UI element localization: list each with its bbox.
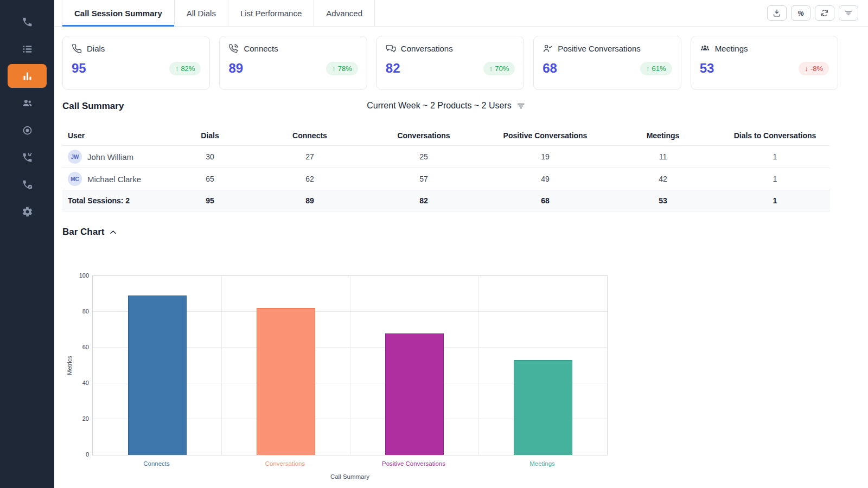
phone-signal-icon (228, 43, 239, 54)
percent-icon: % (797, 9, 804, 17)
bar-conversations[interactable] (257, 308, 315, 455)
filter-button[interactable] (839, 5, 858, 21)
tab-all-dials[interactable]: All Dials (175, 0, 228, 26)
gear-icon (22, 206, 33, 217)
phone-shield-icon (22, 179, 33, 190)
collapse-chart-button[interactable] (109, 228, 117, 236)
refresh-button[interactable] (815, 5, 834, 21)
table-header-row: User Dials Connects Conversations Positi… (62, 126, 830, 146)
filter-icon (844, 9, 853, 17)
sidebar-item-settings[interactable] (8, 200, 47, 223)
call-summary-title: Call Summary (62, 101, 124, 111)
column-header-connects: Connects (257, 131, 363, 140)
trend-up-icon: ↑ (332, 65, 336, 73)
stat-card-positive-conversations: Positive Conversations 68 ↑61% (533, 36, 681, 90)
v-gridline (478, 276, 479, 455)
sidebar-item-callback[interactable] (8, 145, 47, 169)
total-meetings: 53 (606, 196, 720, 205)
cell-connects: 27 (257, 152, 363, 161)
x-tick-label: Meetings (529, 460, 555, 467)
stat-card-value: 95 (72, 61, 86, 76)
x-tick-label: Connects (143, 460, 170, 467)
download-button[interactable] (767, 5, 787, 21)
cell-dials: 65 (163, 175, 257, 183)
y-axis: 020406080100 (68, 275, 89, 455)
chevron-up-icon (109, 228, 117, 236)
stat-card-label: Connects (244, 44, 278, 53)
y-tick-label: 100 (79, 272, 89, 279)
sidebar-item-record[interactable] (8, 118, 47, 142)
percent-button[interactable]: % (791, 5, 810, 21)
call-summary-header: Call Summary Current Week ~ 2 Products ~… (62, 101, 830, 114)
column-header-positive-conversations: Positive Conversations (484, 131, 606, 140)
total-positive-conversations: 68 (484, 196, 606, 205)
chart-plot (92, 275, 608, 455)
call-summary-table: User Dials Connects Conversations Positi… (62, 126, 830, 211)
avatar: JW (68, 150, 82, 164)
trend-down-icon: ↓ (805, 65, 808, 73)
sidebar (0, 0, 54, 488)
sidebar-item-analytics[interactable] (8, 64, 47, 88)
tab-call-session-summary[interactable]: Call Session Summary (62, 0, 175, 26)
stat-card-change-badge: ↑61% (640, 62, 672, 75)
column-header-user: User (62, 131, 163, 140)
x-tick-label: Positive Conversations (382, 460, 445, 467)
call-queue-icon (22, 43, 33, 55)
person-check-icon (542, 43, 553, 54)
total-conversations: 82 (363, 196, 484, 205)
column-header-dials-to-conversations: Dials to Conversations (720, 131, 830, 140)
stat-card-change: 61% (652, 65, 666, 73)
bar-chart-title: Bar Chart (62, 227, 104, 237)
column-header-meetings: Meetings (606, 131, 720, 140)
y-tick-label: 80 (82, 308, 89, 314)
trend-up-icon: ↑ (646, 65, 650, 73)
sidebar-item-phone-shield[interactable] (8, 172, 47, 196)
total-dials: 95 (163, 196, 257, 205)
refresh-icon (820, 9, 829, 17)
stat-card-value: 89 (228, 61, 243, 76)
tab-advanced[interactable]: Advanced (314, 0, 375, 26)
filter-icon[interactable] (516, 101, 526, 111)
sidebar-item-users[interactable] (8, 91, 47, 115)
bar-connects[interactable] (128, 296, 187, 455)
stat-card-meetings: Meetings 53 ↓-8% (691, 36, 838, 90)
cell-connects: 62 (257, 175, 363, 183)
table-row[interactable]: MC Michael Clarke 65 62 57 49 42 1 (62, 168, 830, 190)
x-axis-title: Call Summary (92, 473, 608, 480)
users-icon (22, 98, 33, 109)
record-icon (22, 125, 33, 136)
trend-up-icon: ↑ (175, 65, 179, 73)
phone-icon (22, 16, 33, 28)
stat-card-value: 82 (386, 61, 400, 76)
cell-positive-conversations: 49 (484, 175, 606, 183)
tab-list-performance[interactable]: List Performance (228, 0, 314, 26)
user-name: John William (87, 152, 133, 162)
table-row[interactable]: JW John William 30 27 25 19 11 1 (62, 146, 830, 168)
sidebar-item-phone[interactable] (8, 10, 47, 34)
cell-dials-to-conversations: 1 (720, 175, 830, 183)
stat-card-conversations: Conversations 82 ↑70% (376, 36, 524, 90)
cell-dials-to-conversations: 1 (720, 152, 830, 161)
stat-card-change: 78% (338, 65, 352, 73)
cell-meetings: 42 (606, 175, 720, 183)
stat-card-connects: Connects 89 ↑78% (219, 36, 367, 90)
stat-card-change: -8% (810, 65, 823, 73)
x-axis: ConnectsConversationsPositive Conversati… (92, 460, 608, 469)
cell-positive-conversations: 19 (484, 152, 606, 161)
stat-card-label: Meetings (715, 44, 748, 53)
y-tick-label: 20 (82, 415, 89, 422)
tab-bar: Call Session Summary All Dials List Perf… (54, 0, 868, 27)
callback-phone-icon (22, 152, 33, 163)
stat-cards: Dials 95 ↑82% Connects 89 ↑78% Conversat… (62, 36, 838, 90)
column-header-conversations: Conversations (363, 131, 484, 140)
stat-card-label: Conversations (401, 44, 453, 53)
sidebar-item-call-queue[interactable] (8, 37, 47, 61)
column-header-dials: Dials (163, 131, 257, 140)
bar-meetings[interactable] (514, 360, 572, 455)
trend-up-icon: ↑ (489, 65, 493, 73)
filter-summary-text: Current Week ~ 2 Products ~ 2 Users (367, 101, 511, 111)
x-tick-label: Conversations (265, 460, 305, 467)
bar-positive-conversations[interactable] (385, 333, 444, 455)
toolbar: % (767, 5, 858, 21)
table-total-row: Total Sessions: 2 95 89 82 68 53 1 (62, 190, 830, 211)
